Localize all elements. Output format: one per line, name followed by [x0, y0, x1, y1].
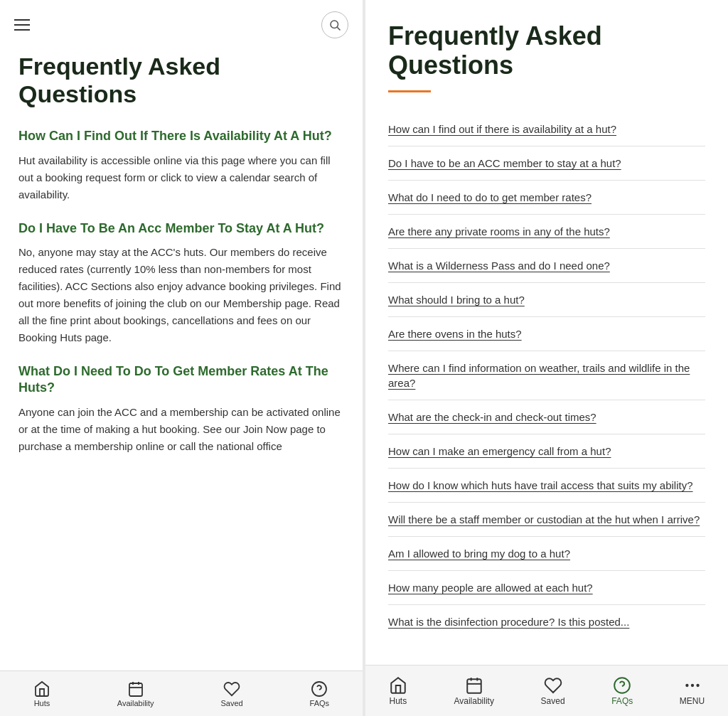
left-nav-huts-label: Huts — [34, 699, 50, 707]
faq-link-14[interactable]: How many people are allowed at each hut? — [388, 571, 705, 605]
right-nav-huts[interactable]: Huts — [389, 676, 407, 706]
left-content: Frequently AskedQuestions How Can I Find… — [0, 46, 363, 670]
right-nav-availability-label: Availability — [454, 696, 493, 706]
right-panel: Frequently AskedQuestions How can I find… — [365, 0, 728, 716]
right-page-title: Frequently AskedQuestions — [388, 21, 705, 80]
faq-question-2: Do I Have To Be An Acc Member To Stay At… — [18, 220, 344, 237]
svg-point-14 — [686, 684, 687, 685]
faq-answer-3: Anyone can join the ACC and a membership… — [18, 404, 344, 455]
hamburger-icon[interactable] — [14, 19, 30, 31]
faq-answer-1: Hut availability is accessible online vi… — [18, 152, 344, 203]
screen-wrapper: Frequently AskedQuestions How Can I Find… — [0, 0, 728, 716]
faq-links-list: How can I find out if there is availabil… — [388, 112, 705, 638]
faq-item-3: What Do I Need To Do To Get Member Rates… — [18, 363, 344, 455]
faq-question-1: How Can I Find Out If There Is Availabil… — [18, 128, 344, 144]
search-icon — [328, 18, 341, 31]
right-nav-menu-label: MENU — [680, 696, 705, 706]
left-nav-faqs[interactable]: FAQs — [310, 680, 330, 707]
faq-question-3: What Do I Need To Do To Get Member Rates… — [18, 363, 344, 397]
right-nav-huts-label: Huts — [389, 696, 407, 706]
heart-icon — [223, 680, 240, 698]
faq-link-10[interactable]: How can I make an emergency call from a … — [388, 434, 705, 469]
svg-point-0 — [331, 21, 338, 28]
left-header — [0, 0, 363, 46]
right-nav-faqs[interactable]: FAQs — [611, 676, 633, 706]
svg-rect-2 — [129, 683, 142, 696]
left-nav-saved[interactable]: Saved — [220, 680, 242, 707]
svg-line-1 — [337, 27, 340, 30]
faq-link-12[interactable]: Will there be a staff member or custodia… — [388, 503, 705, 537]
left-panel: Frequently AskedQuestions How Can I Find… — [0, 0, 363, 716]
calendar-icon — [465, 676, 483, 695]
faq-link-7[interactable]: Are there ovens in the huts? — [388, 317, 705, 351]
orange-divider — [388, 90, 431, 92]
left-page-title: Frequently AskedQuestions — [18, 53, 344, 108]
faq-link-15[interactable]: What is the disinfection procedure? Is t… — [388, 605, 705, 638]
calendar-icon — [127, 680, 144, 698]
question-icon — [311, 680, 328, 698]
svg-point-12 — [614, 678, 630, 693]
heart-icon — [544, 676, 562, 695]
faq-link-13[interactable]: Am I allowed to bring my dog to a hut? — [388, 537, 705, 571]
faq-link-4[interactable]: Are there any private rooms in any of th… — [388, 215, 705, 249]
svg-rect-8 — [467, 679, 481, 693]
right-bottom-nav: Huts Availability Saved — [365, 665, 728, 716]
right-content: Frequently AskedQuestions How can I find… — [365, 0, 728, 665]
left-nav-huts[interactable]: Huts — [33, 680, 50, 707]
left-nav-availability[interactable]: Availability — [117, 680, 154, 707]
svg-point-16 — [697, 684, 698, 685]
faq-link-2[interactable]: Do I have to be an ACC member to stay at… — [388, 146, 705, 181]
faq-link-8[interactable]: Where can I find information on weather,… — [388, 351, 705, 400]
left-bottom-nav: Huts Availability Saved — [0, 670, 363, 716]
right-nav-availability[interactable]: Availability — [454, 676, 493, 706]
home-icon — [389, 676, 407, 695]
faq-link-11[interactable]: How do I know which huts have trail acce… — [388, 469, 705, 503]
svg-point-6 — [312, 682, 326, 696]
faq-link-9[interactable]: What are the check-in and check-out time… — [388, 400, 705, 434]
faq-link-3[interactable]: What do I need to do to get member rates… — [388, 181, 705, 215]
right-nav-faqs-label: FAQs — [611, 696, 633, 706]
right-nav-saved[interactable]: Saved — [541, 676, 565, 706]
faq-item-2: Do I Have To Be An Acc Member To Stay At… — [18, 220, 344, 346]
right-nav-menu[interactable]: MENU — [680, 676, 705, 706]
dots-icon — [683, 676, 702, 695]
question-icon — [613, 676, 631, 695]
faq-link-1[interactable]: How can I find out if there is availabil… — [388, 112, 705, 146]
svg-point-15 — [691, 684, 692, 685]
faq-link-5[interactable]: What is a Wilderness Pass and do I need … — [388, 249, 705, 283]
faq-item-1: How Can I Find Out If There Is Availabil… — [18, 128, 344, 203]
faq-answer-2: No, anyone may stay at the ACC's huts. O… — [18, 244, 344, 346]
search-button[interactable] — [321, 11, 348, 38]
home-icon — [33, 680, 50, 698]
faq-link-6[interactable]: What should I bring to a hut? — [388, 283, 705, 317]
left-nav-faqs-label: FAQs — [310, 699, 330, 707]
left-nav-saved-label: Saved — [220, 699, 242, 707]
left-nav-availability-label: Availability — [117, 699, 154, 707]
right-nav-saved-label: Saved — [541, 696, 565, 706]
